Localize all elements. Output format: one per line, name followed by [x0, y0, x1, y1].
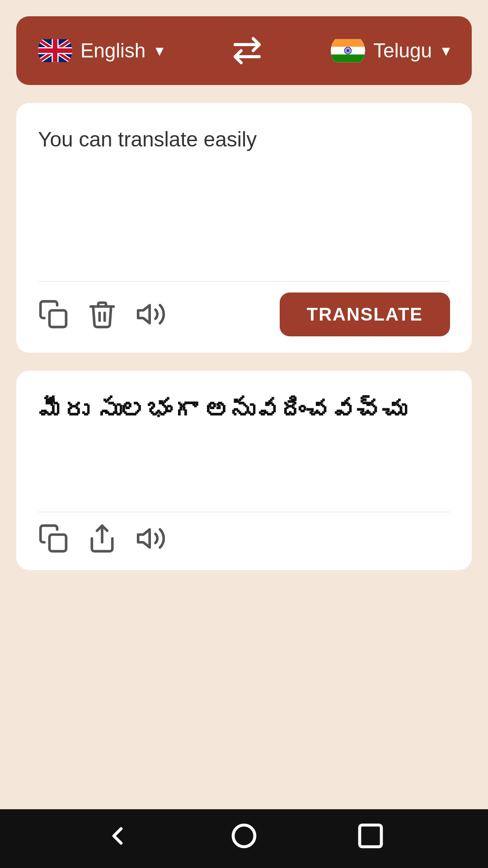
output-card-divider [38, 512, 450, 512]
delete-input-button[interactable] [87, 299, 117, 330]
copy-input-button[interactable] [38, 299, 69, 330]
copy-output-button[interactable] [38, 523, 69, 554]
language-header: English ▾ [16, 16, 472, 85]
svg-rect-28 [360, 825, 381, 847]
output-card: మీరు సులభంగా అనువదించవచ్చు [16, 371, 472, 570]
svg-marker-23 [138, 306, 150, 324]
svg-rect-11 [331, 54, 365, 62]
home-nav-button[interactable] [230, 821, 258, 856]
translated-text: మీరు సులభంగా అనువదించవచ్చు [38, 392, 450, 501]
input-card: TRANSLATE [16, 103, 472, 353]
back-nav-button[interactable] [103, 821, 132, 856]
source-lang-chevron-icon: ▾ [155, 41, 164, 60]
svg-rect-22 [50, 311, 66, 327]
target-language-label: Telugu [373, 39, 432, 62]
swap-languages-button[interactable] [229, 33, 265, 69]
input-card-actions: TRANSLATE [38, 292, 450, 336]
source-flag-icon [38, 33, 72, 68]
target-language-selector[interactable]: Telugu ▾ [331, 33, 450, 68]
source-language-selector[interactable]: English ▾ [38, 33, 164, 68]
speak-input-button[interactable] [136, 299, 166, 330]
target-lang-chevron-icon: ▾ [442, 41, 450, 60]
source-language-label: English [80, 39, 145, 62]
translate-button[interactable]: TRANSLATE [280, 292, 450, 336]
svg-rect-10 [331, 39, 365, 47]
share-output-button[interactable] [87, 523, 117, 554]
svg-rect-24 [50, 534, 66, 551]
speak-output-button[interactable] [136, 523, 166, 554]
input-card-divider [38, 281, 450, 282]
source-text-input[interactable] [38, 125, 450, 270]
target-flag-icon [331, 33, 365, 68]
navigation-bar [0, 809, 488, 868]
svg-point-27 [233, 825, 255, 847]
recent-nav-button[interactable] [356, 821, 385, 856]
svg-rect-8 [38, 48, 72, 53]
output-card-actions [38, 523, 450, 554]
svg-marker-26 [138, 529, 150, 547]
